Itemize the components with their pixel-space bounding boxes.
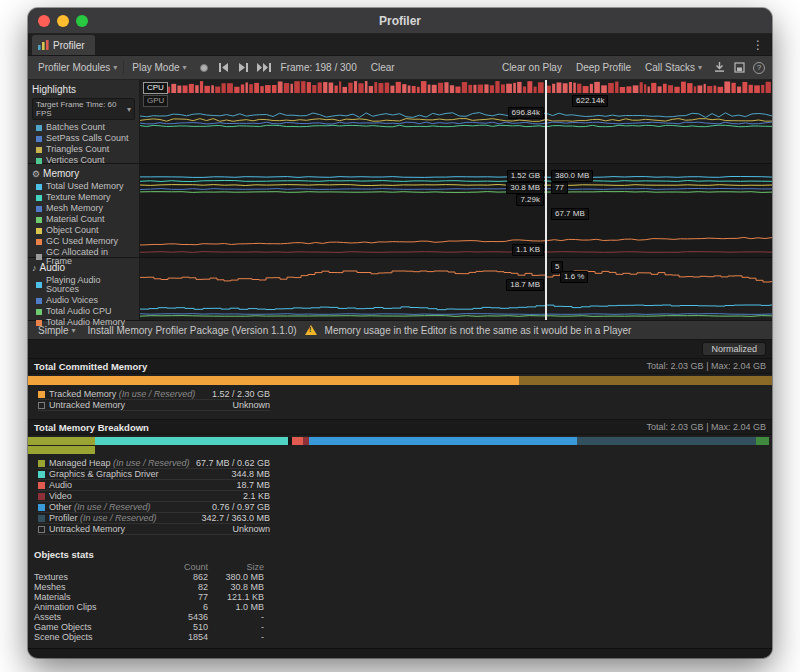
module-audio[interactable]: ♪ Audio Playing Audio Sources Audio Voic… bbox=[28, 258, 139, 320]
cpu-badge[interactable]: CPU bbox=[143, 82, 168, 94]
play-mode-label: Play Mode bbox=[132, 62, 179, 73]
legend-value: 67.7 MB / 0.62 GB bbox=[196, 458, 270, 468]
color-swatch bbox=[36, 254, 42, 260]
counter-label: Object Count bbox=[46, 226, 99, 235]
counter-texture-memory[interactable]: Texture Memory bbox=[28, 192, 139, 203]
tab-profiler[interactable]: Profiler bbox=[32, 35, 95, 55]
counter-total-audio-cpu[interactable]: Total Audio CPU bbox=[28, 306, 139, 317]
color-swatch bbox=[36, 282, 42, 288]
color-swatch bbox=[36, 158, 42, 164]
counter-triangles[interactable]: Triangles Count bbox=[28, 144, 139, 155]
breakdown-segment-graphics bbox=[95, 437, 288, 445]
legend-value: 18.7 MB bbox=[236, 480, 270, 490]
chart-column: CPU GPU 622.14k 696.84k 1.52 GB 380.0 MB… bbox=[140, 80, 772, 320]
row-label: Animation Clips bbox=[34, 602, 146, 612]
counter-label: Total Audio CPU bbox=[46, 307, 112, 316]
color-swatch bbox=[38, 526, 45, 533]
table-row-textures: Textures 862 380.0 MB bbox=[34, 572, 772, 582]
previous-frame-button[interactable] bbox=[235, 60, 253, 76]
counter-label: Playing Audio Sources bbox=[46, 276, 135, 294]
row-count: 82 bbox=[146, 582, 208, 592]
objects-stats-title: Objects stats bbox=[34, 547, 772, 562]
warning-icon bbox=[305, 325, 317, 335]
audio-title-label: Audio bbox=[40, 262, 66, 273]
load-icon bbox=[714, 62, 725, 73]
chart-value-label: 1.52 GB bbox=[507, 170, 544, 182]
deep-profile-toggle[interactable]: Deep Profile bbox=[570, 60, 637, 75]
first-frame-button[interactable] bbox=[215, 60, 233, 76]
counter-batches-count[interactable]: Batches Count bbox=[28, 122, 139, 133]
chart-value-label: 18.7 MB bbox=[506, 279, 544, 291]
counter-mesh-memory[interactable]: Mesh Memory bbox=[28, 203, 139, 214]
memory-chart[interactable]: 1.52 GB 380.0 MB 30.8 MB 77 7.29k 67.7 M… bbox=[140, 164, 772, 258]
legend-row-audio: Audio 18.7 MB bbox=[38, 480, 270, 491]
chart-value-label: 67.7 MB bbox=[551, 208, 589, 220]
close-button[interactable] bbox=[38, 15, 50, 27]
counter-object-count[interactable]: Object Count bbox=[28, 225, 139, 236]
clear-button[interactable]: Clear bbox=[365, 60, 401, 75]
row-label: Materials bbox=[34, 592, 146, 602]
counter-label: Material Count bbox=[46, 215, 105, 224]
color-swatch bbox=[36, 217, 42, 223]
help-button[interactable]: ? bbox=[750, 60, 768, 76]
call-stacks-dropdown[interactable]: Call Stacks ▾ bbox=[639, 60, 708, 75]
legend-value: Unknown bbox=[232, 524, 270, 534]
window-menu-icon[interactable]: ⋮ bbox=[744, 38, 772, 55]
objects-stats-block: Objects stats Count Size Textures 862 38… bbox=[28, 545, 772, 648]
next-frame-button[interactable] bbox=[255, 60, 273, 76]
highlights-chart[interactable]: CPU GPU 622.14k 696.84k bbox=[140, 80, 772, 164]
row-label: Scene Objects bbox=[34, 632, 146, 642]
audio-chart[interactable]: 5 1.6 % 18.7 MB bbox=[140, 258, 772, 320]
color-swatch bbox=[38, 460, 45, 467]
row-size: 1.0 MB bbox=[208, 602, 264, 612]
target-frame-time-label: Target Frame Time: 60 FPS bbox=[36, 100, 127, 118]
row-size: - bbox=[208, 612, 264, 622]
counter-playing-audio-sources[interactable]: Playing Audio Sources bbox=[28, 275, 139, 295]
frame-indicator: Frame: 198 / 300 bbox=[275, 60, 363, 75]
clear-on-play-label: Clear on Play bbox=[502, 62, 562, 73]
counter-gc-used-memory[interactable]: GC Used Memory bbox=[28, 236, 139, 247]
memory-module-toolbar: Simple ▾ Install Memory Profiler Package… bbox=[28, 320, 772, 340]
module-highlights[interactable]: Highlights Target Frame Time: 60 FPS ▾ B… bbox=[28, 80, 139, 164]
memory-breakdown-bar-wrap bbox=[28, 435, 772, 456]
counter-material-count[interactable]: Material Count bbox=[28, 214, 139, 225]
target-frame-time-dropdown[interactable]: Target Frame Time: 60 FPS ▾ bbox=[32, 98, 135, 120]
frame-playhead[interactable] bbox=[545, 80, 547, 320]
install-package-button[interactable]: Install Memory Profiler Package (Version… bbox=[88, 325, 297, 336]
memory-details-panel: Total Committed Memory Total: 2.03 GB | … bbox=[28, 358, 772, 648]
counter-audio-voices[interactable]: Audio Voices bbox=[28, 295, 139, 306]
module-memory[interactable]: ⚙ Memory Total Used Memory Texture Memor… bbox=[28, 164, 139, 258]
color-swatch bbox=[38, 504, 45, 511]
counter-total-used-memory[interactable]: Total Used Memory bbox=[28, 181, 139, 192]
color-swatch bbox=[36, 147, 42, 153]
clear-on-play-toggle[interactable]: Clear on Play bbox=[496, 60, 568, 75]
table-row-animation-clips: Animation Clips 6 1.0 MB bbox=[34, 602, 772, 612]
audio-chart-canvas bbox=[140, 258, 772, 320]
profiler-modules-dropdown[interactable]: Profiler Modules ▾ bbox=[32, 60, 124, 75]
chevron-down-icon: ▾ bbox=[113, 63, 117, 72]
tab-label: Profiler bbox=[53, 40, 85, 51]
record-button[interactable] bbox=[195, 60, 213, 76]
counter-setpass-calls[interactable]: SetPass Calls Count bbox=[28, 133, 139, 144]
legend-label: Managed Heap bbox=[49, 458, 111, 468]
counter-label: SetPass Calls Count bbox=[46, 134, 129, 143]
chart-value-label: 380.0 MB bbox=[551, 170, 593, 182]
load-profile-button[interactable] bbox=[710, 60, 728, 76]
play-mode-dropdown[interactable]: Play Mode ▾ bbox=[126, 60, 192, 75]
legend-value: Unknown bbox=[232, 400, 270, 410]
frame-label: Frame: 198 / 300 bbox=[281, 62, 357, 73]
view-mode-dropdown[interactable]: Simple ▾ bbox=[34, 324, 80, 337]
next-frame-icon bbox=[257, 63, 271, 72]
gpu-badge[interactable]: GPU bbox=[143, 95, 168, 107]
counter-label: Mesh Memory bbox=[46, 204, 103, 213]
minimize-button[interactable] bbox=[57, 15, 69, 27]
view-mode-label: Simple bbox=[38, 325, 69, 336]
table-row-game-objects: Game Objects 510 - bbox=[34, 622, 772, 632]
fullscreen-button[interactable] bbox=[76, 15, 88, 27]
normalized-toggle[interactable]: Normalized bbox=[702, 342, 766, 356]
save-profile-button[interactable] bbox=[730, 60, 748, 76]
legend-note: (In use / Reserved) bbox=[74, 502, 151, 512]
legend-row-managed-heap: Managed Heap (In use / Reserved) 67.7 MB… bbox=[38, 458, 270, 469]
clear-label: Clear bbox=[371, 62, 395, 73]
gear-icon[interactable]: ⚙ bbox=[32, 169, 40, 179]
